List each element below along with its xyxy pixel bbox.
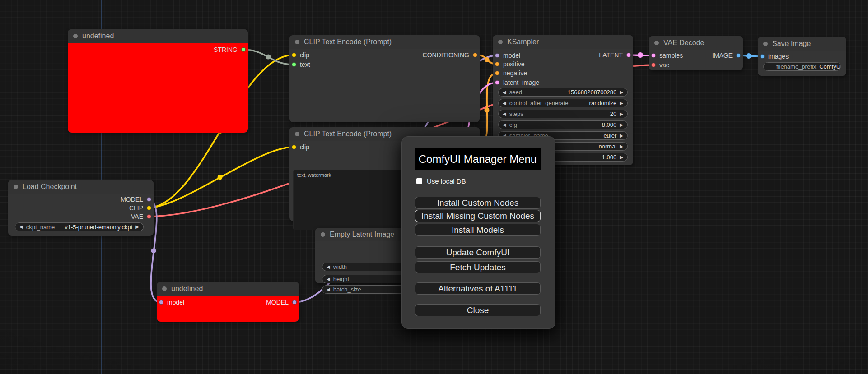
positive-input-dot[interactable] xyxy=(495,62,499,66)
collapse-dot-icon[interactable] xyxy=(763,42,768,46)
arrow-right-icon[interactable]: ▶ xyxy=(620,144,623,149)
latent-output-dot[interactable] xyxy=(626,53,631,57)
clip-input-dot[interactable] xyxy=(292,145,296,149)
arrow-left-icon[interactable]: ◀ xyxy=(503,112,506,116)
widget-ckpt-name[interactable]: ◀ ckpt_name v1-5-pruned-emaonly.ckpt ▶ xyxy=(15,222,144,231)
model-output-dot[interactable] xyxy=(292,300,297,305)
collapse-dot-icon[interactable] xyxy=(321,232,325,237)
clip-input-dot[interactable] xyxy=(292,53,296,57)
install-custom-nodes-button[interactable]: Install Custom Nodes xyxy=(415,197,541,209)
widget-cfg[interactable]: ◀ cfg 8.000 ▶ xyxy=(498,120,628,129)
samples-input-dot[interactable] xyxy=(651,53,656,58)
input-slot-latent-image[interactable]: latent_image xyxy=(495,78,539,87)
link-dot xyxy=(151,249,156,254)
arrow-right-icon[interactable]: ▶ xyxy=(620,123,623,127)
input-slot-model[interactable]: model xyxy=(495,51,520,60)
close-button[interactable]: Close xyxy=(415,304,541,316)
node-editor-canvas[interactable]: undefined STRING CLIP Text Encode (Promp… xyxy=(0,0,868,374)
arrow-left-icon[interactable]: ◀ xyxy=(327,287,330,292)
use-local-db-row[interactable]: Use local DB xyxy=(416,177,466,185)
node-title-bar[interactable]: Load Checkpoint xyxy=(8,180,154,194)
output-slot-conditioning[interactable]: CONDITIONING xyxy=(423,51,477,60)
images-input-dot[interactable] xyxy=(760,54,765,59)
widget-filename-prefix[interactable]: filename_prefix ComfyUI xyxy=(763,62,841,71)
vae-output-dot[interactable] xyxy=(147,214,151,219)
model-input-dot[interactable] xyxy=(159,300,163,305)
model-input-dot[interactable] xyxy=(495,53,499,58)
node-body: model MODEL xyxy=(157,296,299,322)
input-slot-model[interactable]: model xyxy=(159,298,184,307)
node-title-bar[interactable]: undefined xyxy=(68,29,248,43)
conditioning-output-dot[interactable] xyxy=(473,53,477,57)
use-local-db-label: Use local DB xyxy=(427,177,466,185)
input-slot-positive[interactable]: positive xyxy=(495,60,524,69)
arrow-right-icon[interactable]: ▶ xyxy=(620,90,623,95)
output-slot-latent[interactable]: LATENT xyxy=(599,51,631,60)
arrow-right-icon[interactable]: ▶ xyxy=(620,134,623,138)
install-missing-custom-nodes-button[interactable]: Install Missing Custom Nodes xyxy=(415,210,541,222)
input-slot-clip[interactable]: clip xyxy=(292,51,309,60)
arrow-left-icon[interactable]: ◀ xyxy=(327,277,330,282)
node-clip-text-encode-positive[interactable]: CLIP Text Encode (Prompt) clip text COND… xyxy=(289,35,480,122)
collapse-dot-icon[interactable] xyxy=(162,286,167,291)
model-output-dot[interactable] xyxy=(147,197,151,202)
arrow-right-icon[interactable]: ▶ xyxy=(620,155,623,160)
clip-output-dot[interactable] xyxy=(147,206,151,210)
output-slot-model[interactable]: MODEL xyxy=(121,195,151,204)
node-load-checkpoint[interactable]: Load Checkpoint MODEL CLIP VAE ◀ ckpt_na… xyxy=(8,180,154,236)
text-input-dot[interactable] xyxy=(292,62,296,67)
widget-steps[interactable]: ◀ steps 20 ▶ xyxy=(498,110,628,118)
arrow-right-icon[interactable]: ▶ xyxy=(135,225,139,229)
use-local-db-checkbox[interactable] xyxy=(416,178,422,184)
node-title-bar[interactable]: undefined xyxy=(157,282,299,296)
node-undefined-bottom[interactable]: undefined model MODEL xyxy=(157,282,299,322)
arrow-right-icon[interactable]: ▶ xyxy=(620,112,623,116)
vae-input-dot[interactable] xyxy=(651,63,656,67)
node-save-image[interactable]: Save Image images filename_prefix ComfyU… xyxy=(758,37,846,76)
input-slot-clip[interactable]: clip xyxy=(292,143,309,152)
node-title-bar[interactable]: KSampler xyxy=(493,35,633,49)
output-slot-vae[interactable]: VAE xyxy=(131,212,151,221)
arrow-left-icon[interactable]: ◀ xyxy=(327,265,330,269)
slot-label: MODEL xyxy=(266,299,289,306)
collapse-dot-icon[interactable] xyxy=(14,185,18,189)
latent-image-input-dot[interactable] xyxy=(495,80,499,85)
node-title-bar[interactable]: VAE Decode xyxy=(649,36,743,50)
node-title-bar[interactable]: CLIP Text Encode (Prompt) xyxy=(289,35,480,49)
image-output-dot[interactable] xyxy=(736,53,741,58)
node-vae-decode[interactable]: VAE Decode samples vae IMAGE xyxy=(649,36,743,70)
output-slot-model[interactable]: MODEL xyxy=(266,298,297,307)
node-title-bar[interactable]: Save Image xyxy=(758,37,846,51)
string-output-dot[interactable] xyxy=(241,47,246,52)
negative-input-dot[interactable] xyxy=(495,71,499,75)
node-undefined-top[interactable]: undefined STRING xyxy=(68,29,248,133)
arrow-left-icon[interactable]: ◀ xyxy=(19,225,23,229)
arrow-left-icon[interactable]: ◀ xyxy=(503,101,506,106)
widget-seed[interactable]: ◀ seed 156680208700286 ▶ xyxy=(498,88,628,97)
collapse-dot-icon[interactable] xyxy=(295,40,299,44)
collapse-dot-icon[interactable] xyxy=(295,132,299,136)
widget-control-after-generate[interactable]: ◀ control_after_generate randomize ▶ xyxy=(498,99,628,107)
slot-label: MODEL xyxy=(121,196,143,203)
output-slot-clip[interactable]: CLIP xyxy=(129,203,151,212)
install-models-button[interactable]: Install Models xyxy=(415,224,541,236)
arrow-right-icon[interactable]: ▶ xyxy=(620,101,623,106)
slot-label: CONDITIONING xyxy=(423,51,469,59)
input-slot-samples[interactable]: samples xyxy=(651,51,683,60)
output-slot-image[interactable]: IMAGE xyxy=(712,51,741,60)
input-slot-negative[interactable]: negative xyxy=(495,69,527,78)
collapse-dot-icon[interactable] xyxy=(73,34,78,38)
collapse-dot-icon[interactable] xyxy=(654,41,659,45)
input-slot-text[interactable]: text xyxy=(292,60,310,69)
fetch-updates-button[interactable]: Fetch Updates xyxy=(415,261,541,273)
collapse-dot-icon[interactable] xyxy=(498,40,503,44)
arrow-left-icon[interactable]: ◀ xyxy=(503,123,506,127)
alternatives-of-a1111-button[interactable]: Alternatives of A1111 xyxy=(415,282,541,295)
input-slot-vae[interactable]: vae xyxy=(651,60,670,69)
output-slot-string[interactable]: STRING xyxy=(214,45,246,54)
widget-label: seed xyxy=(509,89,522,96)
widget-value: ComfyUI xyxy=(819,63,841,70)
arrow-left-icon[interactable]: ◀ xyxy=(503,90,506,95)
input-slot-images[interactable]: images xyxy=(760,52,789,61)
update-comfyui-button[interactable]: Update ComfyUI xyxy=(415,246,541,259)
